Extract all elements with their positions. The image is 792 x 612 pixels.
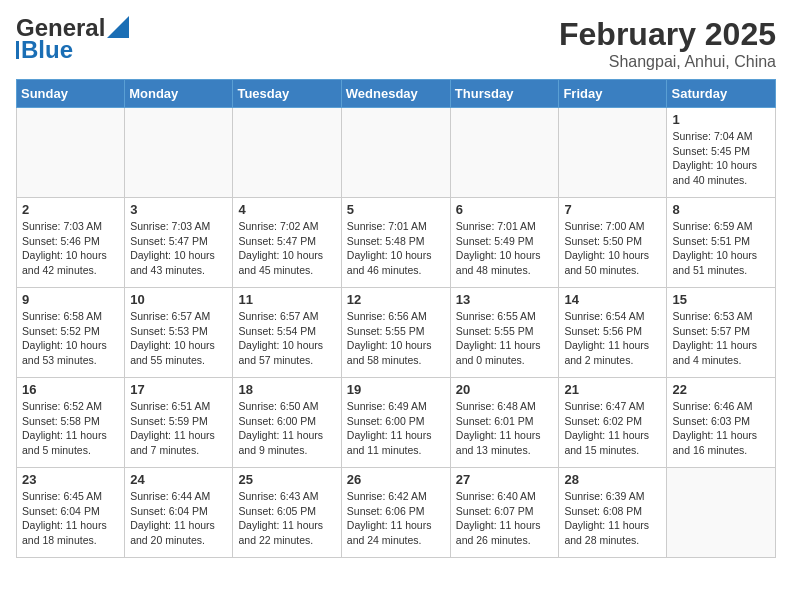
calendar-cell: 1Sunrise: 7:04 AM Sunset: 5:45 PM Daylig… (667, 108, 776, 198)
day-number: 25 (238, 472, 335, 487)
day-info: Sunrise: 6:40 AM Sunset: 6:07 PM Dayligh… (456, 489, 554, 548)
day-info: Sunrise: 7:00 AM Sunset: 5:50 PM Dayligh… (564, 219, 661, 278)
day-number: 22 (672, 382, 770, 397)
calendar-cell: 14Sunrise: 6:54 AM Sunset: 5:56 PM Dayli… (559, 288, 667, 378)
day-info: Sunrise: 6:51 AM Sunset: 5:59 PM Dayligh… (130, 399, 227, 458)
day-info: Sunrise: 6:48 AM Sunset: 6:01 PM Dayligh… (456, 399, 554, 458)
day-info: Sunrise: 6:42 AM Sunset: 6:06 PM Dayligh… (347, 489, 445, 548)
calendar-cell: 25Sunrise: 6:43 AM Sunset: 6:05 PM Dayli… (233, 468, 341, 558)
calendar-week-row: 9Sunrise: 6:58 AM Sunset: 5:52 PM Daylig… (17, 288, 776, 378)
day-number: 7 (564, 202, 661, 217)
day-number: 27 (456, 472, 554, 487)
day-number: 15 (672, 292, 770, 307)
col-header-thursday: Thursday (450, 80, 559, 108)
col-header-tuesday: Tuesday (233, 80, 341, 108)
day-info: Sunrise: 7:01 AM Sunset: 5:48 PM Dayligh… (347, 219, 445, 278)
day-info: Sunrise: 7:03 AM Sunset: 5:47 PM Dayligh… (130, 219, 227, 278)
day-info: Sunrise: 6:56 AM Sunset: 5:55 PM Dayligh… (347, 309, 445, 368)
calendar-cell: 27Sunrise: 6:40 AM Sunset: 6:07 PM Dayli… (450, 468, 559, 558)
calendar-cell: 22Sunrise: 6:46 AM Sunset: 6:03 PM Dayli… (667, 378, 776, 468)
calendar-title: February 2025 (559, 16, 776, 53)
day-info: Sunrise: 6:39 AM Sunset: 6:08 PM Dayligh… (564, 489, 661, 548)
day-info: Sunrise: 6:57 AM Sunset: 5:54 PM Dayligh… (238, 309, 335, 368)
day-info: Sunrise: 6:53 AM Sunset: 5:57 PM Dayligh… (672, 309, 770, 368)
day-number: 11 (238, 292, 335, 307)
col-header-friday: Friday (559, 80, 667, 108)
day-info: Sunrise: 6:59 AM Sunset: 5:51 PM Dayligh… (672, 219, 770, 278)
day-info: Sunrise: 7:04 AM Sunset: 5:45 PM Dayligh… (672, 129, 770, 188)
day-number: 21 (564, 382, 661, 397)
calendar-week-row: 16Sunrise: 6:52 AM Sunset: 5:58 PM Dayli… (17, 378, 776, 468)
calendar-cell: 23Sunrise: 6:45 AM Sunset: 6:04 PM Dayli… (17, 468, 125, 558)
day-number: 14 (564, 292, 661, 307)
day-number: 12 (347, 292, 445, 307)
logo: General Blue (16, 16, 129, 62)
calendar-cell: 21Sunrise: 6:47 AM Sunset: 6:02 PM Dayli… (559, 378, 667, 468)
calendar-cell: 18Sunrise: 6:50 AM Sunset: 6:00 PM Dayli… (233, 378, 341, 468)
day-number: 1 (672, 112, 770, 127)
day-info: Sunrise: 6:49 AM Sunset: 6:00 PM Dayligh… (347, 399, 445, 458)
day-info: Sunrise: 6:57 AM Sunset: 5:53 PM Dayligh… (130, 309, 227, 368)
day-info: Sunrise: 6:55 AM Sunset: 5:55 PM Dayligh… (456, 309, 554, 368)
col-header-wednesday: Wednesday (341, 80, 450, 108)
day-number: 3 (130, 202, 227, 217)
day-info: Sunrise: 6:54 AM Sunset: 5:56 PM Dayligh… (564, 309, 661, 368)
day-info: Sunrise: 6:58 AM Sunset: 5:52 PM Dayligh… (22, 309, 119, 368)
day-number: 26 (347, 472, 445, 487)
calendar-header-row: SundayMondayTuesdayWednesdayThursdayFrid… (17, 80, 776, 108)
calendar-cell: 10Sunrise: 6:57 AM Sunset: 5:53 PM Dayli… (125, 288, 233, 378)
day-number: 16 (22, 382, 119, 397)
svg-marker-0 (107, 16, 129, 38)
calendar-cell: 13Sunrise: 6:55 AM Sunset: 5:55 PM Dayli… (450, 288, 559, 378)
day-info: Sunrise: 7:02 AM Sunset: 5:47 PM Dayligh… (238, 219, 335, 278)
day-number: 23 (22, 472, 119, 487)
day-info: Sunrise: 6:52 AM Sunset: 5:58 PM Dayligh… (22, 399, 119, 458)
day-number: 9 (22, 292, 119, 307)
calendar-cell: 12Sunrise: 6:56 AM Sunset: 5:55 PM Dayli… (341, 288, 450, 378)
calendar-subtitle: Shangpai, Anhui, China (559, 53, 776, 71)
col-header-monday: Monday (125, 80, 233, 108)
calendar-cell: 11Sunrise: 6:57 AM Sunset: 5:54 PM Dayli… (233, 288, 341, 378)
calendar-cell (17, 108, 125, 198)
day-number: 19 (347, 382, 445, 397)
logo-blue: Blue (21, 38, 73, 62)
calendar-cell: 20Sunrise: 6:48 AM Sunset: 6:01 PM Dayli… (450, 378, 559, 468)
col-header-sunday: Sunday (17, 80, 125, 108)
calendar-cell (667, 468, 776, 558)
calendar-cell: 5Sunrise: 7:01 AM Sunset: 5:48 PM Daylig… (341, 198, 450, 288)
calendar-cell: 26Sunrise: 6:42 AM Sunset: 6:06 PM Dayli… (341, 468, 450, 558)
day-number: 28 (564, 472, 661, 487)
calendar-week-row: 23Sunrise: 6:45 AM Sunset: 6:04 PM Dayli… (17, 468, 776, 558)
calendar-cell (450, 108, 559, 198)
calendar-cell: 8Sunrise: 6:59 AM Sunset: 5:51 PM Daylig… (667, 198, 776, 288)
day-info: Sunrise: 6:44 AM Sunset: 6:04 PM Dayligh… (130, 489, 227, 548)
day-number: 13 (456, 292, 554, 307)
day-number: 10 (130, 292, 227, 307)
calendar-cell: 4Sunrise: 7:02 AM Sunset: 5:47 PM Daylig… (233, 198, 341, 288)
calendar-cell: 24Sunrise: 6:44 AM Sunset: 6:04 PM Dayli… (125, 468, 233, 558)
day-info: Sunrise: 6:47 AM Sunset: 6:02 PM Dayligh… (564, 399, 661, 458)
calendar-cell: 16Sunrise: 6:52 AM Sunset: 5:58 PM Dayli… (17, 378, 125, 468)
logo-icon (107, 16, 129, 38)
calendar-cell: 17Sunrise: 6:51 AM Sunset: 5:59 PM Dayli… (125, 378, 233, 468)
day-number: 24 (130, 472, 227, 487)
day-number: 6 (456, 202, 554, 217)
calendar-cell (233, 108, 341, 198)
calendar-week-row: 2Sunrise: 7:03 AM Sunset: 5:46 PM Daylig… (17, 198, 776, 288)
col-header-saturday: Saturday (667, 80, 776, 108)
day-number: 17 (130, 382, 227, 397)
calendar-week-row: 1Sunrise: 7:04 AM Sunset: 5:45 PM Daylig… (17, 108, 776, 198)
calendar-cell: 3Sunrise: 7:03 AM Sunset: 5:47 PM Daylig… (125, 198, 233, 288)
page-header: General Blue February 2025 Shangpai, Anh… (16, 16, 776, 71)
day-info: Sunrise: 6:43 AM Sunset: 6:05 PM Dayligh… (238, 489, 335, 548)
day-info: Sunrise: 6:46 AM Sunset: 6:03 PM Dayligh… (672, 399, 770, 458)
calendar-cell: 6Sunrise: 7:01 AM Sunset: 5:49 PM Daylig… (450, 198, 559, 288)
day-number: 20 (456, 382, 554, 397)
calendar-cell: 7Sunrise: 7:00 AM Sunset: 5:50 PM Daylig… (559, 198, 667, 288)
calendar-cell: 19Sunrise: 6:49 AM Sunset: 6:00 PM Dayli… (341, 378, 450, 468)
day-number: 8 (672, 202, 770, 217)
calendar-cell (125, 108, 233, 198)
day-info: Sunrise: 6:50 AM Sunset: 6:00 PM Dayligh… (238, 399, 335, 458)
calendar-cell: 2Sunrise: 7:03 AM Sunset: 5:46 PM Daylig… (17, 198, 125, 288)
day-info: Sunrise: 7:03 AM Sunset: 5:46 PM Dayligh… (22, 219, 119, 278)
